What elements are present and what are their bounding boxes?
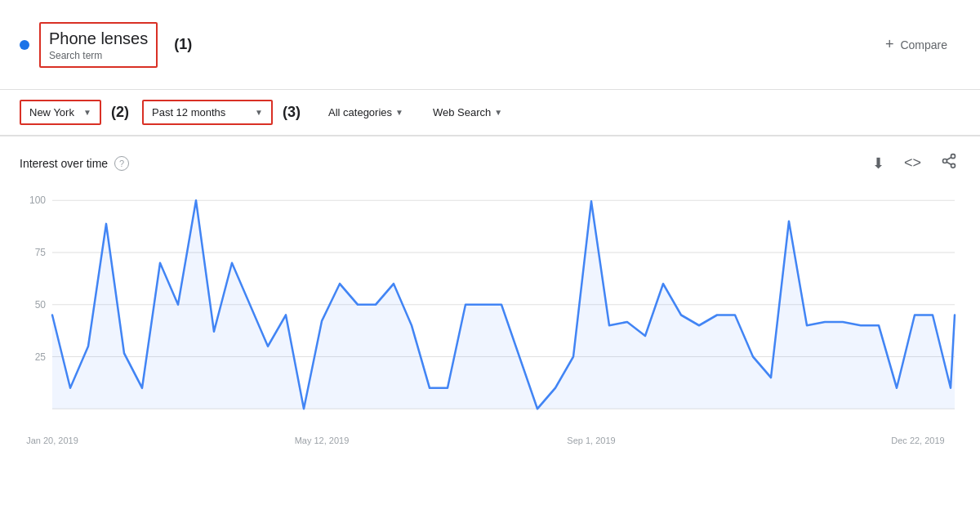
svg-text:Dec 22, 2019: Dec 22, 2019 — [891, 435, 944, 445]
time-range-filter[interactable]: Past 12 months ▼ — [142, 100, 273, 125]
search-term-sub: Search term — [49, 50, 148, 61]
svg-text:Sep 1, 2019: Sep 1, 2019 — [567, 435, 615, 445]
svg-point-2 — [951, 163, 956, 168]
chevron-down-icon: ▼ — [494, 108, 502, 117]
annotation-1: (1) — [174, 36, 192, 53]
location-label: New York — [29, 106, 74, 118]
annotation-3: (3) — [283, 104, 301, 121]
interest-chart: 100 75 50 25 Jan 20, 2019 May 12, 2019 S… — [20, 183, 960, 461]
chart-container: 100 75 50 25 Jan 20, 2019 May 12, 2019 S… — [20, 183, 960, 461]
chart-header: Interest over time ? ⬇ <> — [20, 150, 960, 177]
help-icon[interactable]: ? — [114, 156, 129, 171]
svg-text:75: 75 — [35, 247, 46, 258]
search-type-label: Web Search — [433, 106, 491, 118]
svg-text:50: 50 — [35, 299, 46, 311]
location-filter[interactable]: New York ▼ — [20, 100, 101, 125]
svg-text:Jan 20, 2019: Jan 20, 2019 — [26, 435, 78, 445]
chevron-down-icon: ▼ — [83, 108, 91, 117]
search-box[interactable]: Phone lenses Search term — [39, 22, 158, 68]
compare-label: Compare — [900, 38, 947, 51]
svg-line-4 — [947, 157, 951, 159]
chart-section: Interest over time ? ⬇ <> 100 — [0, 136, 980, 461]
top-bar: Phone lenses Search term (1) + Compare — [0, 0, 980, 90]
chart-title: Interest over time — [20, 157, 108, 170]
chart-actions: ⬇ <> — [869, 150, 960, 177]
categories-filter[interactable]: All categories ▼ — [320, 101, 412, 123]
series-dot — [20, 40, 29, 50]
chart-title-area: Interest over time ? — [20, 156, 129, 171]
time-range-label: Past 12 months — [152, 106, 225, 118]
search-term-title: Phone lenses — [49, 29, 148, 48]
svg-point-0 — [951, 154, 956, 159]
download-button[interactable]: ⬇ — [869, 151, 888, 176]
svg-text:100: 100 — [29, 194, 46, 206]
search-type-filter[interactable]: Web Search ▼ — [425, 101, 510, 123]
search-item: Phone lenses Search term (1) — [20, 22, 192, 68]
share-button[interactable] — [938, 150, 960, 177]
chevron-down-icon: ▼ — [255, 108, 263, 117]
chevron-down-icon: ▼ — [395, 108, 403, 117]
svg-text:May 12, 2019: May 12, 2019 — [295, 435, 350, 445]
annotation-2: (2) — [111, 104, 129, 121]
svg-text:25: 25 — [35, 351, 46, 362]
embed-button[interactable]: <> — [901, 151, 924, 175]
svg-point-1 — [943, 159, 947, 163]
filter-bar: New York ▼ (2) Past 12 months ▼ (3) All … — [0, 90, 980, 136]
plus-icon: + — [885, 36, 894, 53]
categories-label: All categories — [328, 106, 392, 118]
compare-button[interactable]: + Compare — [872, 29, 960, 60]
svg-line-3 — [947, 162, 951, 164]
